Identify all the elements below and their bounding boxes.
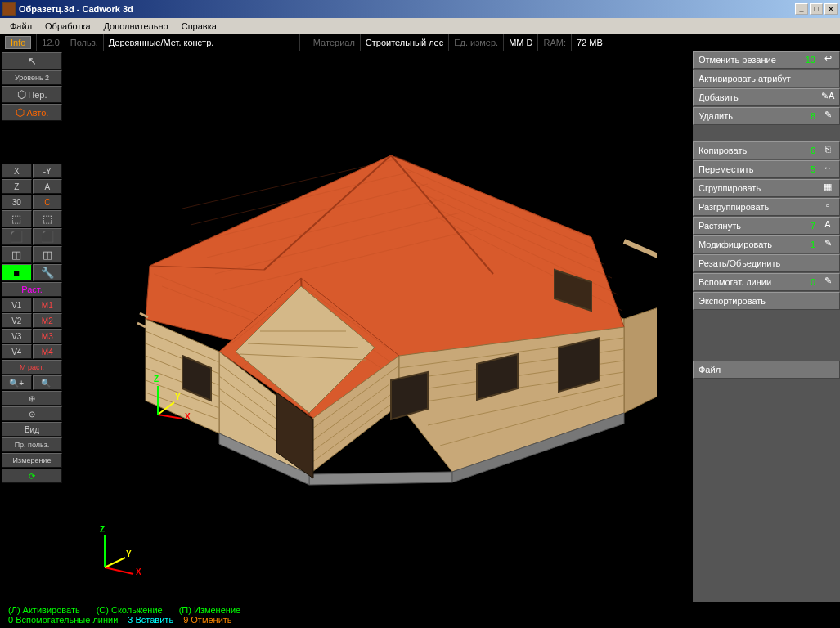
right-action-count: 8 [811, 111, 815, 121]
v1-button[interactable]: V1 [2, 298, 32, 312]
a-button[interactable]: A [33, 179, 63, 194]
thirty-button[interactable]: 30 [2, 195, 32, 209]
vid-button[interactable]: Вид [2, 422, 62, 437]
pr-polz-button[interactable]: Пр. польз. [2, 437, 62, 452]
status-insert: 3 Вставить [128, 615, 173, 625]
cube6-icon[interactable]: ◫ [33, 246, 63, 263]
cube2-icon[interactable]: ⬚ [33, 210, 63, 227]
right-action-9[interactable]: Растянуть7A [693, 217, 840, 235]
right-action-11[interactable]: Резать/Объединить [693, 254, 840, 272]
right-action-label: Отменить резание [699, 55, 776, 65]
right-action-count: 6 [811, 146, 815, 155]
right-action-icon: ✎A [821, 91, 834, 104]
status-slide: (С) Скольжение [97, 605, 163, 615]
per-button[interactable]: ⬡ Пер. [2, 86, 62, 103]
right-action-0[interactable]: Отменить резание10↩ [693, 51, 840, 69]
m2-button[interactable]: M2 [33, 313, 63, 328]
right-action-label: Модифицировать [699, 240, 772, 249]
cube1-icon[interactable]: ⬚ [2, 210, 32, 227]
solid-green-icon[interactable]: ■ [2, 264, 32, 281]
right-action-icon: ✎ [821, 110, 834, 123]
right-action-icon: ↩ [821, 53, 834, 66]
right-action-1[interactable]: Активировать атрибут [693, 70, 840, 87]
material-value: Строительный лес [361, 34, 449, 51]
cube4-icon[interactable]: ⬛ [33, 228, 63, 245]
axis-nav-y-label: Y [126, 550, 132, 558]
menu-additional[interactable]: Дополнительно [97, 20, 175, 33]
unit-label: Ед. измер. [449, 34, 504, 51]
level-label[interactable]: Уровень 2 [2, 70, 62, 85]
main-area: ↖ Уровень 2 ⬡ Пер. ⬡ Авто. X -Y Z A 30 C… [0, 51, 840, 602]
izmerenie-button[interactable]: Измерение [2, 453, 62, 468]
axis-z-label: Z [154, 375, 159, 384]
axis-nav-x-label: X [136, 567, 141, 576]
svg-line-73 [105, 567, 133, 574]
zoom-out-icon[interactable]: 🔍- [33, 375, 63, 390]
rast-button[interactable]: Раст. [2, 282, 62, 297]
zoom-fit-icon[interactable]: ⊕ [2, 391, 62, 406]
minimize-button[interactable]: _ [795, 3, 808, 15]
right-action-label: Активировать атрибут [699, 74, 791, 83]
right-action-12[interactable]: Вспомогат. линии0✎ [693, 273, 840, 291]
right-action-8[interactable]: Разгруппировать▫ [693, 198, 840, 216]
menu-file[interactable]: Файл [3, 20, 38, 33]
neg-y-button[interactable]: -Y [33, 164, 63, 178]
status-bar: (Л) Активировать (С) Скольжение (П) Изме… [0, 602, 840, 628]
info-button[interactable]: Info [5, 36, 31, 49]
axis-navigation: X Y Z [88, 527, 146, 585]
m3-button[interactable]: M3 [33, 329, 63, 343]
x-button[interactable]: X [2, 164, 32, 178]
right-action-5[interactable]: Копировать6⎘ [693, 141, 840, 159]
v3-button[interactable]: V3 [2, 329, 32, 343]
axis-y-label: Y [175, 392, 181, 401]
zoom-in-icon[interactable]: 🔍+ [2, 375, 32, 390]
right-action-count: 10 [806, 55, 815, 65]
status-activate: (Л) Активировать [8, 605, 80, 615]
auto-button[interactable]: ⬡ Авто. [2, 104, 62, 121]
viewport-3d[interactable]: X Y Z X Y Z [64, 51, 693, 602]
m1-button[interactable]: M1 [33, 298, 63, 312]
right-action-2[interactable]: Добавить✎A [693, 88, 840, 106]
right-action-label: Добавить [699, 92, 739, 102]
zoom-window-icon[interactable]: ⊙ [2, 406, 62, 421]
menu-help[interactable]: Справка [175, 20, 223, 33]
right-action-6[interactable]: Переместить5↔ [693, 160, 840, 178]
cursor-tool[interactable]: ↖ [2, 52, 62, 70]
close-button[interactable]: × [824, 3, 838, 15]
menu-process[interactable]: Обработка [38, 20, 97, 33]
m4-button[interactable]: M4 [33, 344, 63, 359]
v4-button[interactable]: V4 [2, 344, 32, 359]
right-action-icon: ▦ [821, 182, 834, 195]
m-rast-button[interactable]: М раст. [2, 360, 62, 375]
right-action-7[interactable]: Сгруппировать▦ [693, 179, 840, 197]
wrench-icon[interactable]: 🔧 [33, 264, 63, 281]
maximize-button[interactable]: □ [810, 3, 823, 15]
right-action-label: Резать/Объединить [699, 258, 780, 268]
window-title: Образетц.3d - Cadwork 3d [19, 4, 793, 14]
svg-line-74 [105, 558, 125, 567]
svg-line-68 [137, 323, 146, 327]
right-action-label: Переместить [699, 164, 753, 174]
status-change: (П) Изменение [179, 605, 240, 615]
right-action-count: 5 [811, 164, 815, 174]
cube5-icon[interactable]: ◫ [2, 246, 32, 263]
right-action-count: 1 [811, 240, 815, 249]
user-label: Польз. [65, 34, 104, 51]
z-button[interactable]: Z [2, 179, 32, 194]
version-label: 12.0 [37, 34, 65, 51]
cube3-icon[interactable]: ⬛ [2, 228, 32, 245]
right-action-13[interactable]: Экспортировать [693, 292, 840, 310]
c-button[interactable]: C [33, 195, 63, 209]
right-action-icon: ↔ [821, 163, 834, 176]
status-aux_lines: 0 Вспомогательные линии [8, 615, 118, 625]
v2-button[interactable]: V2 [2, 313, 32, 328]
right-action-icon: ✎ [821, 238, 834, 251]
right-action-label: Сгруппировать [699, 183, 761, 193]
svg-line-2 [624, 241, 657, 270]
right-action-3[interactable]: Удалить8✎ [693, 107, 840, 125]
refresh-icon[interactable]: ⟳ [2, 469, 62, 483]
right-action-10[interactable]: Модифицировать1✎ [693, 236, 840, 253]
right-action-icon: ✎ [821, 276, 834, 289]
right-action-15[interactable]: Файл [693, 361, 840, 379]
menubar: Файл Обработка Дополнительно Справка [0, 18, 840, 34]
